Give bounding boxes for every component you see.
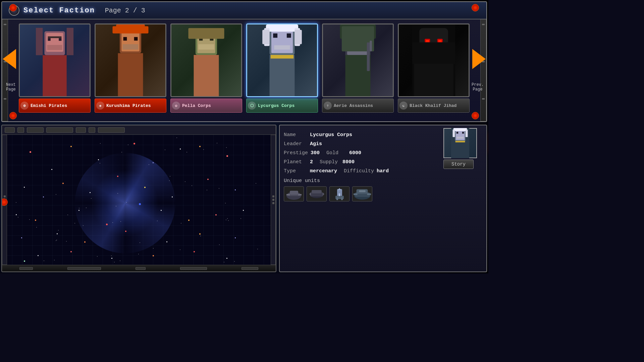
faction-btn-emishi[interactable]: ⊕ Emishi Pirates — [19, 99, 91, 113]
bg-star — [228, 220, 229, 221]
star-dot — [235, 237, 236, 238]
bg-star — [54, 260, 55, 260]
faction-card-lycurgus[interactable]: ⬡ Lycurgus Corps — [246, 23, 318, 113]
unit-icon-4 — [352, 186, 372, 201]
supply-value: 8000 — [342, 159, 355, 165]
next-page-label: Next Page — [6, 82, 16, 92]
star-dot — [51, 169, 52, 170]
svg-rect-49 — [426, 40, 429, 42]
svg-rect-61 — [457, 137, 464, 138]
star-dot — [194, 251, 195, 252]
faction-btn-kurushima[interactable]: ◈ Kurushima Pirates — [95, 99, 166, 113]
left-arrow-icon — [3, 49, 16, 69]
unit-icon-2 — [307, 186, 327, 201]
bg-star — [181, 223, 181, 224]
faction-card-pella[interactable]: ✿ Pella Corps — [170, 23, 242, 113]
bg-star — [186, 152, 187, 153]
prev-page-button[interactable] — [472, 49, 486, 69]
bg-star — [180, 249, 180, 250]
bottom-left-indicator — [9, 112, 17, 119]
bg-star — [240, 218, 241, 219]
svg-marker-72 — [323, 192, 324, 196]
svg-rect-34 — [274, 45, 290, 50]
bg-star — [176, 137, 177, 138]
bg-star — [128, 144, 128, 145]
difficulty-label: Difficulty — [344, 168, 374, 174]
svg-rect-82 — [354, 193, 358, 195]
black-icon: ☯ — [399, 102, 408, 110]
bg-star — [203, 149, 204, 150]
faction-btn-black[interactable]: ☯ Black Khalif Jihad — [398, 99, 470, 113]
leader-value: Agis — [310, 141, 322, 147]
svg-rect-42 — [345, 55, 371, 96]
bg-star — [86, 207, 87, 208]
star-dot — [153, 255, 154, 256]
svg-rect-5 — [67, 28, 73, 55]
map-bottom-bar — [2, 265, 276, 272]
bg-star — [170, 176, 170, 177]
bg-star — [257, 249, 258, 249]
faction-card-emishi[interactable]: ⊕ Emishi Pirates — [19, 23, 91, 113]
star-dot — [30, 151, 31, 153]
svg-rect-76 — [339, 193, 340, 196]
bg-star — [67, 215, 68, 215]
star-dot — [125, 231, 126, 232]
bg-star — [234, 261, 235, 262]
type-label: Type — [284, 168, 307, 174]
star-dot — [166, 241, 167, 242]
emishi-label: Emishi Pirates — [31, 103, 67, 108]
name-value: Lycurgus Corps — [310, 132, 352, 138]
map-panel — [1, 125, 276, 272]
bg-star — [58, 230, 59, 231]
bg-star — [120, 260, 120, 261]
portrait-pella — [170, 23, 242, 97]
svg-rect-8 — [47, 45, 62, 50]
svg-rect-28 — [266, 24, 298, 32]
faction-card-aerie[interactable]: ✝ Aerie Assassins — [322, 23, 394, 113]
svg-rect-83 — [367, 193, 371, 195]
faction-card-kurushima[interactable]: ◈ Kurushima Pirates — [95, 23, 166, 113]
svg-rect-60 — [466, 130, 468, 137]
svg-rect-2 — [48, 38, 51, 41]
lycurgus-icon: ⬡ — [248, 102, 256, 110]
bg-star — [219, 244, 220, 245]
svg-rect-27 — [287, 34, 291, 38]
info-panel: Story Name Lycurgus Corps Leader Agis Pr… — [279, 125, 487, 272]
planet-value: 2 — [310, 159, 313, 165]
difficulty-value: hard — [377, 168, 389, 174]
svg-rect-43 — [367, 43, 370, 71]
star-dot — [57, 233, 58, 234]
bg-star — [79, 208, 79, 208]
bg-star — [226, 220, 226, 220]
prestige-value: 300 — [311, 150, 320, 156]
faction-btn-lycurgus[interactable]: ⬡ Lycurgus Corps — [246, 99, 318, 113]
faction-btn-aerie[interactable]: ✝ Aerie Assassins — [322, 99, 394, 113]
star-dot — [243, 210, 244, 211]
star-dot — [21, 237, 22, 238]
bg-star — [97, 256, 98, 257]
story-button[interactable]: Story — [443, 160, 474, 169]
faction-card-black[interactable]: ☯ Black Khalif Jihad — [398, 23, 470, 113]
bg-star — [207, 190, 207, 190]
prev-page-label: Prev. Page — [472, 82, 484, 92]
prestige-label: Prestige — [284, 150, 308, 156]
name-label: Name — [284, 132, 307, 138]
star-dot — [35, 220, 36, 221]
star-dot — [235, 189, 236, 190]
svg-rect-33 — [270, 55, 295, 96]
bg-star — [140, 242, 140, 243]
map-toolbar — [2, 125, 276, 135]
right-arrow-icon — [472, 49, 486, 69]
star-dot — [226, 258, 227, 259]
svg-rect-44 — [370, 41, 372, 51]
svg-rect-14 — [113, 26, 149, 33]
faction-btn-pella[interactable]: ✿ Pella Corps — [170, 99, 242, 113]
svg-rect-32 — [294, 30, 302, 44]
star-map-grid — [2, 135, 276, 272]
next-page-button[interactable] — [2, 49, 17, 69]
svg-rect-23 — [198, 44, 214, 50]
bg-star — [138, 254, 139, 254]
svg-rect-56 — [457, 132, 458, 133]
svg-rect-7 — [48, 37, 62, 38]
star-dot — [172, 196, 173, 197]
